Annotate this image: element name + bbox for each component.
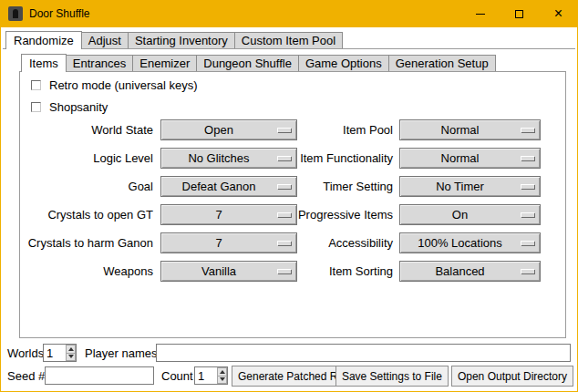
tab-custom-item-pool[interactable]: Custom Item Pool <box>234 32 343 48</box>
progressive-items-label: Progressive Items <box>247 204 393 225</box>
weapons-label: Weapons <box>1 261 153 282</box>
save-settings-button[interactable]: Save Settings to File <box>335 366 449 387</box>
player-names-label: Player names <box>85 345 157 363</box>
accessibility-label: Accessibility <box>247 232 393 253</box>
item-pool-label: Item Pool <box>247 119 393 140</box>
weapons-value: Vanilla <box>201 264 236 278</box>
maximize-button[interactable] <box>500 0 539 27</box>
count-spin-up-button[interactable] <box>217 367 227 377</box>
goal-value: Defeat Ganon <box>182 180 256 193</box>
crystals-harm-ganon-value: 7 <box>215 236 222 250</box>
worlds-label: Worlds <box>7 345 44 363</box>
seed-input[interactable] <box>45 366 154 385</box>
tab-game-options[interactable]: Game Options <box>298 55 389 71</box>
dropdown-indicator-icon <box>521 156 534 160</box>
window-content: Randomize Adjust Starting Inventory Cust… <box>1 27 577 391</box>
down-arrow-icon <box>68 355 74 358</box>
close-button[interactable]: × <box>539 0 578 27</box>
tab-enemizer[interactable]: Enemizer <box>132 55 197 71</box>
main-tab-bar: Randomize Adjust Starting Inventory Cust… <box>5 30 343 48</box>
item-functionality-value: Normal <box>441 151 480 165</box>
tab-dungeon-shuffle[interactable]: Dungeon Shuffle <box>196 55 299 71</box>
minimize-icon <box>476 14 485 15</box>
worlds-spinbox <box>43 344 77 362</box>
app-icon <box>8 6 23 21</box>
titlebar[interactable]: Door Shuffle × <box>0 0 578 27</box>
world-state-value: Open <box>204 123 233 137</box>
bottom-right-buttons: Save Settings to File Open Output Direct… <box>335 366 573 387</box>
worlds-spin-arrows <box>66 345 76 361</box>
count-spin-arrows <box>217 367 227 384</box>
up-arrow-icon <box>220 370 225 374</box>
down-arrow-icon <box>220 377 225 381</box>
world-state-label: World State <box>1 119 153 140</box>
window-title: Door Shuffle <box>29 7 90 20</box>
caption-buttons: × <box>460 0 578 27</box>
shopsanity-checkbox[interactable]: Shopsanity <box>31 99 108 114</box>
shopsanity-label: Shopsanity <box>49 100 108 114</box>
timer-setting-dropdown[interactable]: No Timer <box>399 176 541 197</box>
tab-starting-inventory[interactable]: Starting Inventory <box>128 32 235 48</box>
logic-level-label: Logic Level <box>1 148 153 169</box>
item-sorting-label: Item Sorting <box>247 261 393 282</box>
accessibility-dropdown[interactable]: 100% Locations <box>399 232 541 253</box>
seed-label: Seed # <box>7 367 45 386</box>
retro-mode-checkbox[interactable]: Retro mode (universal keys) <box>31 77 198 92</box>
crystals-open-gt-value: 7 <box>215 208 222 222</box>
dropdown-indicator-icon <box>521 241 534 245</box>
count-spinbox <box>194 366 228 385</box>
tab-generation-setup[interactable]: Generation Setup <box>388 55 496 71</box>
accessibility-value: 100% Locations <box>418 236 502 250</box>
checkbox-icon <box>31 102 41 112</box>
dropdown-indicator-icon <box>521 212 534 217</box>
worlds-spin-down-button[interactable] <box>66 354 76 362</box>
window: Door Shuffle × Randomize Adjust Starting… <box>0 0 578 392</box>
tab-entrances[interactable]: Entrances <box>66 55 134 71</box>
dropdown-indicator-icon <box>521 269 534 273</box>
crystals-open-gt-label: Crystals to open GT <box>1 204 153 225</box>
retro-mode-label: Retro mode (universal keys) <box>49 78 198 92</box>
maximize-icon <box>515 10 523 18</box>
count-input[interactable] <box>195 367 217 384</box>
item-pool-value: Normal <box>441 123 480 137</box>
open-output-directory-button[interactable]: Open Output Directory <box>451 366 573 387</box>
checkbox-icon <box>31 80 41 90</box>
logic-level-value: No Glitches <box>188 151 249 165</box>
tab-adjust[interactable]: Adjust <box>81 32 129 48</box>
timer-setting-label: Timer Setting <box>247 176 393 197</box>
count-label: Count <box>161 367 193 386</box>
crystals-harm-ganon-label: Crystals to harm Ganon <box>1 232 153 253</box>
settings-tab-bar: Items Entrances Enemizer Dungeon Shuffle… <box>21 53 496 71</box>
worlds-input[interactable] <box>44 345 66 361</box>
dropdown-indicator-icon <box>521 184 534 189</box>
goal-label: Goal <box>1 176 153 197</box>
progressive-items-value: On <box>452 208 468 222</box>
timer-setting-value: No Timer <box>436 180 484 193</box>
main-tab-pane-border <box>3 48 575 49</box>
dropdown-indicator-icon <box>521 128 534 132</box>
player-names-input[interactable] <box>156 344 571 362</box>
item-pool-dropdown[interactable]: Normal <box>399 119 541 140</box>
item-functionality-label: Item Functionality <box>247 148 393 169</box>
item-functionality-dropdown[interactable]: Normal <box>399 148 541 169</box>
tab-items[interactable]: Items <box>21 54 67 72</box>
tab-randomize[interactable]: Randomize <box>5 31 82 49</box>
progressive-items-dropdown[interactable]: On <box>399 204 541 225</box>
count-spin-down-button[interactable] <box>217 377 227 385</box>
close-icon: × <box>554 6 563 21</box>
item-sorting-value: Balanced <box>435 264 484 278</box>
item-sorting-dropdown[interactable]: Balanced <box>399 261 541 282</box>
up-arrow-icon <box>68 347 74 351</box>
worlds-spin-up-button[interactable] <box>66 345 76 354</box>
minimize-button[interactable] <box>460 0 500 27</box>
